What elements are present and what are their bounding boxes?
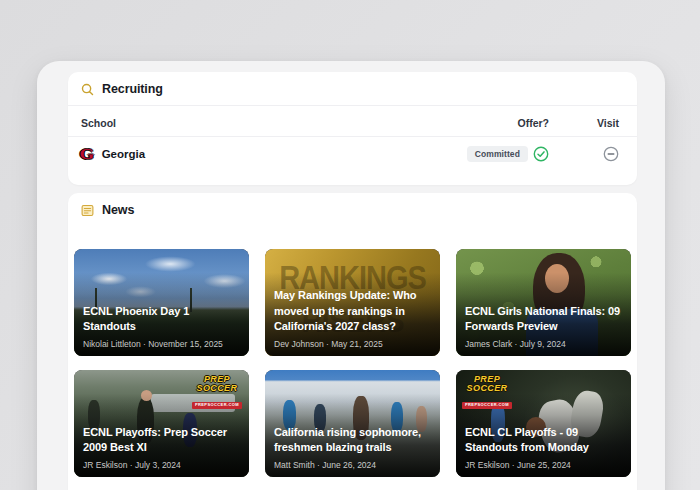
news-item-title: California rising sophomore, freshmen bl… bbox=[274, 425, 431, 456]
news-item-meta: Dev Johnson · May 21, 2025 bbox=[274, 339, 431, 349]
news-item-ecnl-phoenix[interactable]: ECNL Phoenix Day 1 Standouts Nikolai Lit… bbox=[74, 249, 249, 356]
news-item-title: ECNL CL Playoffs - 09 Standouts from Mon… bbox=[465, 425, 622, 456]
school-row[interactable]: G Georgia Committed bbox=[68, 137, 637, 172]
news-item-title: May Rankings Update: Who moved up the ra… bbox=[274, 288, 431, 335]
georgia-logo-icon: G bbox=[80, 147, 95, 162]
table-header-row: School Offer? Visit bbox=[68, 106, 637, 136]
news-item-meta: Matt Smith · June 26, 2024 bbox=[274, 460, 431, 470]
news-icon bbox=[81, 204, 94, 217]
school-name: Georgia bbox=[102, 148, 145, 160]
news-item-meta: JR Eskilson · July 3, 2024 bbox=[83, 460, 240, 470]
recruiting-card: Recruiting School Offer? Visit G Georgia… bbox=[68, 72, 637, 185]
news-grid: ECNL Phoenix Day 1 Standouts Nikolai Lit… bbox=[68, 249, 637, 477]
col-visit-header: Visit bbox=[549, 117, 619, 129]
news-item-ecnl-playoffs-best-xi[interactable]: PREP SOCCER PREPSOCCER.COM ECNL Playoffs… bbox=[74, 370, 249, 477]
news-title: News bbox=[102, 203, 134, 217]
news-item-california-rising[interactable]: California rising sophomore, freshmen bl… bbox=[265, 370, 440, 477]
news-item-title: ECNL Playoffs: Prep Soccer 2009 Best XI bbox=[83, 425, 240, 456]
app-panel: Recruiting School Offer? Visit G Georgia… bbox=[37, 61, 665, 490]
check-circle-icon bbox=[533, 146, 549, 162]
prep-soccer-logo: PREP SOCCER PREPSOCCER.COM bbox=[462, 375, 512, 409]
news-item-title: ECNL Phoenix Day 1 Standouts bbox=[83, 304, 240, 335]
news-header: News bbox=[68, 193, 637, 226]
news-item-girls-national-finals[interactable]: ECNL Girls National Finals: 09 Forwards … bbox=[456, 249, 631, 356]
news-card: News ECNL Phoenix Day 1 Standouts Nikola… bbox=[68, 193, 637, 490]
news-item-meta: Nikolai Littleton · November 15, 2025 bbox=[83, 339, 240, 349]
news-item-meta: James Clark · July 9, 2024 bbox=[465, 339, 622, 349]
committed-badge: Committed bbox=[467, 146, 528, 162]
minus-circle-icon bbox=[603, 146, 619, 162]
news-item-title: ECNL Girls National Finals: 09 Forwards … bbox=[465, 304, 622, 335]
news-item-meta: JR Eskilson · June 25, 2024 bbox=[465, 460, 622, 470]
search-icon bbox=[81, 83, 94, 96]
news-item-may-rankings[interactable]: RANKINGS RISERS May Rankings Update: Who… bbox=[265, 249, 440, 356]
news-item-cl-playoffs-standouts[interactable]: PREP SOCCER PREPSOCCER.COM ECNL CL Playo… bbox=[456, 370, 631, 477]
prep-soccer-logo: PREP SOCCER PREPSOCCER.COM bbox=[192, 375, 242, 409]
col-offer-header: Offer? bbox=[518, 117, 550, 129]
recruiting-title: Recruiting bbox=[102, 82, 163, 96]
recruiting-header: Recruiting bbox=[68, 72, 637, 105]
col-school-header: School bbox=[81, 117, 518, 129]
